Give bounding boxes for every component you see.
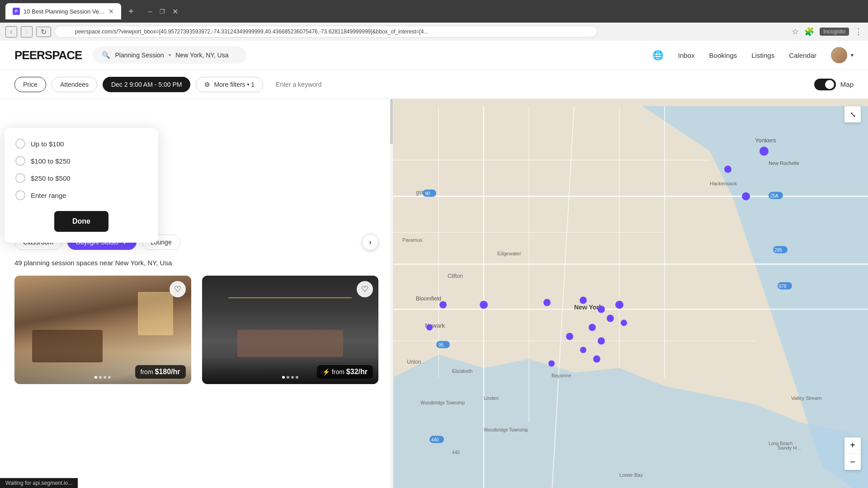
map-svg: gston Paramus Yonkers New Rochelle Hacke… — [393, 99, 868, 488]
svg-text:25A: 25A — [770, 193, 778, 198]
refresh-button[interactable]: ↻ — [36, 27, 51, 37]
zoom-out-button[interactable]: − — [844, 454, 861, 470]
done-button[interactable]: Done — [54, 211, 108, 232]
price-option-250to500[interactable]: $250 to $500 — [15, 173, 147, 183]
forward-button[interactable]: › — [21, 26, 33, 38]
star-icon[interactable]: ☆ — [792, 27, 799, 37]
svg-point-35 — [724, 166, 731, 173]
favorite-button-2[interactable]: ♡ — [357, 281, 373, 297]
new-tab-button[interactable]: + — [125, 5, 137, 19]
more-filters-button[interactable]: ⚙ More filters • 1 — [196, 77, 263, 92]
zoom-in-button[interactable]: + — [844, 437, 861, 454]
price-amount-1: $180/hr — [155, 368, 180, 375]
property-image-1: ♡ from $180/hr — [14, 276, 191, 384]
svg-text:Valley Stream: Valley Stream — [791, 395, 822, 401]
scrollbar-track — [390, 99, 393, 488]
chevron-down-icon: ▾ — [851, 52, 854, 58]
svg-point-47 — [580, 347, 586, 353]
svg-text:Woodbridge Township: Woodbridge Township — [420, 400, 465, 405]
browser-titlebar: P 10 Best Planning Session Venues... ✕ +… — [0, 0, 868, 23]
svg-text:90: 90 — [425, 191, 430, 196]
dot-2-2 — [287, 376, 289, 379]
svg-point-51 — [426, 324, 433, 331]
window-restore-button[interactable]: ❐ — [156, 8, 169, 15]
logo[interactable]: PEERSPACE — [14, 48, 82, 62]
price-option-100to250[interactable]: $100 to $250 — [15, 156, 147, 166]
instant-badge-2: ⚡ from $32/hr — [322, 368, 368, 376]
search-bar[interactable]: 🔍 Planning Session • New York, NY, Usa — [93, 47, 246, 64]
scrollbar-thumb[interactable] — [390, 99, 393, 144]
svg-text:Lower Bay: Lower Bay — [619, 472, 643, 478]
dot-2-1 — [282, 376, 285, 379]
dot-indicators-2 — [282, 376, 298, 379]
favorite-button-1[interactable]: ♡ — [170, 281, 186, 297]
keyword-input[interactable] — [269, 77, 427, 92]
user-nav[interactable]: ▾ — [831, 47, 854, 63]
price-options: Up to $100 $100 to $250 $250 to $500 Ent… — [15, 139, 147, 200]
svg-point-37 — [480, 301, 488, 309]
header-nav: 🌐 Inbox Bookings Listings Calendar ▾ — [652, 47, 854, 63]
nav-calendar[interactable]: Calendar — [789, 52, 816, 59]
dot-2-4 — [296, 376, 298, 379]
address-text: peerspace.com/s/?viewport_bbox=[40.95727… — [75, 28, 428, 35]
extension-icon[interactable]: 🧩 — [804, 27, 814, 37]
back-button[interactable]: ‹ — [5, 26, 17, 38]
app-header: PEERSPACE 🔍 Planning Session • New York,… — [0, 41, 868, 70]
map-toggle-switch[interactable] — [814, 79, 836, 90]
price-label-250to500: $250 to $500 — [31, 174, 71, 182]
date-filter-button[interactable]: Dec 2 9:00 AM - 5:00 PM — [103, 77, 190, 92]
price-option-range[interactable]: Enter range — [15, 190, 147, 200]
svg-text:Woodbridge Township: Woodbridge Township — [484, 427, 528, 432]
radio-range[interactable] — [15, 190, 25, 200]
price-dropdown: Up to $100 $100 to $250 $250 to $500 Ent… — [5, 128, 158, 243]
svg-point-45 — [566, 333, 573, 340]
price-filter-button[interactable]: Price — [14, 77, 46, 92]
dot-indicators-1 — [94, 376, 111, 379]
avatar — [831, 47, 847, 63]
svg-text:Bayonne: Bayonne — [552, 373, 571, 378]
menu-icon[interactable]: ⋮ — [854, 27, 863, 37]
nav-inbox[interactable]: Inbox — [678, 52, 695, 59]
dot-1-2 — [99, 376, 102, 379]
results-count: 49 planning session spaces near New York… — [14, 259, 378, 267]
filter-sliders-icon: ⚙ — [204, 81, 210, 88]
main-content: Up to $100 $100 to $250 $250 to $500 Ent… — [0, 99, 868, 488]
address-input[interactable]: peerspace.com/s/?viewport_bbox=[40.95727… — [55, 26, 597, 38]
price-prefix-2: from — [332, 368, 344, 375]
toggle-knob — [825, 80, 834, 89]
svg-point-48 — [593, 356, 600, 363]
language-icon[interactable]: 🌐 — [652, 50, 664, 61]
window-close-button[interactable]: ✕ — [169, 7, 182, 16]
dot-1-1 — [94, 376, 97, 379]
svg-point-42 — [607, 315, 614, 322]
svg-text:Edgewater: Edgewater — [497, 251, 521, 256]
svg-point-46 — [598, 338, 605, 345]
dot-1-3 — [104, 376, 106, 379]
svg-text:Hackensack: Hackensack — [710, 181, 737, 186]
nav-listings[interactable]: Listings — [751, 52, 774, 59]
radio-up100[interactable] — [15, 139, 25, 149]
radio-250to500[interactable] — [15, 173, 25, 183]
property-grid: ♡ from $180/hr — [14, 276, 378, 384]
map-label: Map — [840, 80, 854, 88]
price-badge-1: from $180/hr — [135, 365, 186, 379]
map-toggle: Map — [814, 79, 854, 90]
tab-title: 10 Best Planning Session Venues... — [24, 8, 105, 15]
price-option-up100[interactable]: Up to $100 — [15, 139, 147, 149]
browser-tab[interactable]: P 10 Best Planning Session Venues... ✕ — [5, 3, 121, 19]
category-next-button[interactable]: › — [362, 234, 378, 250]
svg-text:440: 440 — [431, 437, 439, 442]
svg-point-38 — [543, 299, 551, 306]
attendees-filter-button[interactable]: Attendees — [52, 77, 97, 92]
window-minimize-button[interactable]: ─ — [145, 8, 156, 15]
radio-100to250[interactable] — [15, 156, 25, 166]
nav-bookings[interactable]: Bookings — [709, 52, 737, 59]
property-card-2[interactable]: ♡ ⚡ from $32/hr — [202, 276, 379, 384]
svg-text:Union: Union — [407, 359, 421, 365]
tab-close-button[interactable]: ✕ — [108, 8, 114, 15]
price-prefix-1: from — [141, 368, 155, 375]
map-expand-button[interactable]: ⤡ — [844, 106, 861, 122]
price-label-range: Enter range — [31, 192, 66, 199]
property-card-1[interactable]: ♡ from $180/hr — [14, 276, 191, 384]
search-query: Planning Session — [115, 52, 164, 59]
